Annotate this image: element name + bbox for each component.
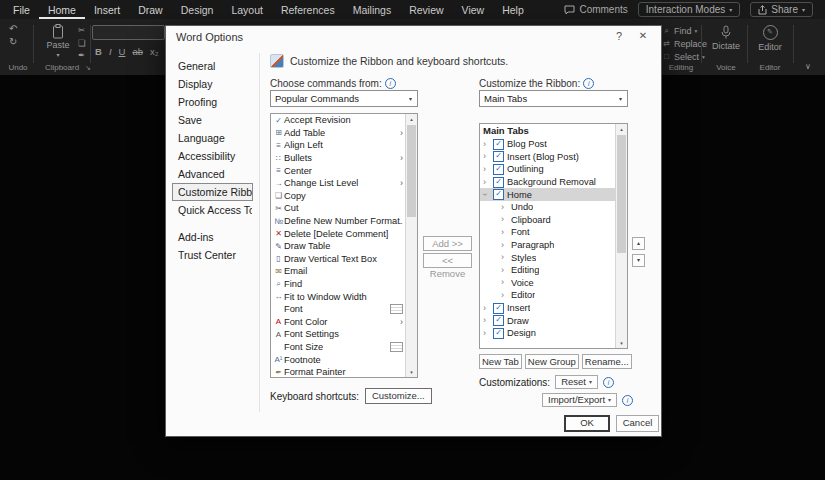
sidebar-item-save[interactable]: Save: [172, 111, 253, 129]
expander-icon[interactable]: [501, 228, 511, 237]
sidebar-item-trust-center[interactable]: Trust Center: [172, 246, 253, 264]
underline-button[interactable]: U: [119, 46, 126, 57]
menu-tab-layout[interactable]: Layout: [222, 0, 272, 19]
expander-icon[interactable]: [501, 266, 511, 275]
move-down-button[interactable]: [632, 254, 645, 267]
expander-icon[interactable]: [483, 152, 493, 161]
expander-icon[interactable]: [483, 178, 493, 187]
cancel-button[interactable]: Cancel: [616, 415, 659, 432]
commands-scrollbar[interactable]: [405, 114, 417, 377]
command-item-font[interactable]: Font: [271, 303, 405, 316]
sidebar-item-display[interactable]: Display: [172, 75, 253, 93]
tree-item-home[interactable]: Home: [480, 188, 615, 201]
checkbox-icon[interactable]: [493, 139, 504, 150]
customize-shortcuts-button[interactable]: Customize...: [365, 388, 432, 404]
info-icon[interactable]: [583, 78, 594, 89]
command-item-align-left[interactable]: ≡Align Left: [271, 139, 405, 152]
dictate-button[interactable]: Dictate: [706, 25, 746, 51]
command-item-copy[interactable]: ❏Copy: [271, 190, 405, 203]
expander-icon[interactable]: [501, 278, 511, 287]
repeat-icon[interactable]: ↻: [9, 37, 17, 47]
command-item-font-size[interactable]: Font Size: [271, 341, 405, 354]
add-button[interactable]: Add >>: [423, 236, 472, 251]
tree-item-clipboard[interactable]: Clipboard: [480, 214, 615, 227]
interaction-modes-button[interactable]: Interaction Modes: [638, 2, 741, 17]
move-up-button[interactable]: [632, 237, 645, 250]
ok-button[interactable]: OK: [564, 415, 610, 432]
menu-tab-design[interactable]: Design: [172, 0, 223, 19]
font-name-combobox[interactable]: [92, 25, 165, 40]
tree-item-paragraph[interactable]: Paragraph: [480, 239, 615, 252]
command-item-bullets[interactable]: ∷Bullets: [271, 152, 405, 165]
cut-icon[interactable]: ✂: [78, 26, 86, 35]
tree-item-blog-post[interactable]: Blog Post: [480, 138, 615, 151]
command-item-draw-vertical-text-box[interactable]: ▯Draw Vertical Text Box: [271, 253, 405, 266]
expander-icon[interactable]: [501, 215, 511, 224]
italic-button[interactable]: I: [109, 46, 112, 57]
expander-icon[interactable]: [501, 241, 511, 250]
command-item-email[interactable]: ✉Email: [271, 265, 405, 278]
checkbox-icon[interactable]: [493, 328, 504, 339]
new-tab-button[interactable]: New Tab: [479, 354, 522, 369]
customize-ribbon-dropdown[interactable]: Main Tabs: [479, 90, 628, 107]
copy-icon[interactable]: ❏: [78, 39, 86, 48]
tree-item-insert[interactable]: Insert: [480, 302, 615, 315]
bold-button[interactable]: B: [95, 46, 102, 57]
paste-button[interactable]: Paste: [40, 24, 76, 58]
menu-tab-home[interactable]: Home: [39, 0, 85, 19]
sidebar-item-general[interactable]: General: [172, 57, 253, 75]
checkbox-icon[interactable]: [493, 164, 504, 175]
collapse-ribbon-icon[interactable]: [805, 62, 811, 71]
command-item-font-settings[interactable]: AFont Settings: [271, 328, 405, 341]
import-export-button[interactable]: Import/Export: [542, 393, 617, 407]
command-item-footnote[interactable]: A¹Footnote: [271, 353, 405, 366]
command-item-center[interactable]: ≡Center: [271, 164, 405, 177]
sidebar-item-advanced[interactable]: Advanced: [172, 165, 253, 183]
menu-tab-draw[interactable]: Draw: [129, 0, 172, 19]
main-tabs-scrollbar[interactable]: [615, 124, 627, 348]
sidebar-item-quick-access-toolbar[interactable]: Quick Access Toolbar: [172, 201, 253, 219]
tree-item-voice[interactable]: Voice: [480, 277, 615, 290]
editor-button[interactable]: ✎ Editor: [752, 25, 788, 52]
tree-item-outlining[interactable]: Outlining: [480, 163, 615, 176]
sidebar-item-add-ins[interactable]: Add-ins: [172, 228, 253, 246]
tree-item-editing[interactable]: Editing: [480, 264, 615, 277]
menu-tab-view[interactable]: View: [453, 0, 494, 19]
checkbox-icon[interactable]: [493, 315, 504, 326]
dialog-titlebar[interactable]: Word Options: [166, 26, 661, 48]
command-item-draw-table[interactable]: ✎Draw Table: [271, 240, 405, 253]
strikethrough-button[interactable]: ab: [132, 46, 143, 57]
sidebar-item-accessibility[interactable]: Accessibility: [172, 147, 253, 165]
command-item-format-painter[interactable]: ✒Format Painter: [271, 366, 405, 377]
expander-icon[interactable]: [501, 253, 511, 262]
tree-item-background-removal[interactable]: Background Removal: [480, 176, 615, 189]
scroll-up-icon[interactable]: [616, 124, 627, 134]
info-icon[interactable]: [622, 395, 633, 406]
command-item-add-table[interactable]: ⊞Add Table: [271, 127, 405, 140]
info-icon[interactable]: [603, 377, 614, 388]
tree-item-font[interactable]: Font: [480, 226, 615, 239]
choose-commands-dropdown[interactable]: Popular Commands: [270, 90, 418, 107]
scroll-down-icon[interactable]: [406, 367, 417, 377]
tree-item-undo[interactable]: Undo: [480, 201, 615, 214]
tree-item-styles[interactable]: Styles: [480, 251, 615, 264]
scroll-down-icon[interactable]: [616, 338, 627, 348]
comments-button[interactable]: Comments: [564, 4, 627, 15]
scrollbar-thumb[interactable]: [407, 125, 416, 217]
menu-tab-review[interactable]: Review: [400, 0, 452, 19]
clipboard-dialog-launcher-icon[interactable]: [85, 64, 91, 72]
menu-tab-insert[interactable]: Insert: [85, 0, 129, 19]
tree-item-insert-blog-post[interactable]: Insert (Blog Post): [480, 151, 615, 164]
menu-tab-file[interactable]: File: [4, 0, 39, 19]
command-item-find[interactable]: ⌕Find: [271, 278, 405, 291]
command-item-delete-delete-comment[interactable]: ✕Delete [Delete Comment]: [271, 227, 405, 240]
remove-button[interactable]: << Remove: [423, 253, 472, 268]
checkbox-icon[interactable]: [493, 151, 504, 162]
expander-icon[interactable]: [483, 329, 493, 338]
sidebar-item-proofing[interactable]: Proofing: [172, 93, 253, 111]
tree-item-editor[interactable]: Editor: [480, 289, 615, 302]
expander-icon[interactable]: [483, 316, 493, 325]
command-item-accept-revision[interactable]: ✓Accept Revision: [271, 114, 405, 127]
tree-item-draw[interactable]: Draw: [480, 314, 615, 327]
command-item-fit-to-window-width[interactable]: ↔Fit to Window Width: [271, 290, 405, 303]
